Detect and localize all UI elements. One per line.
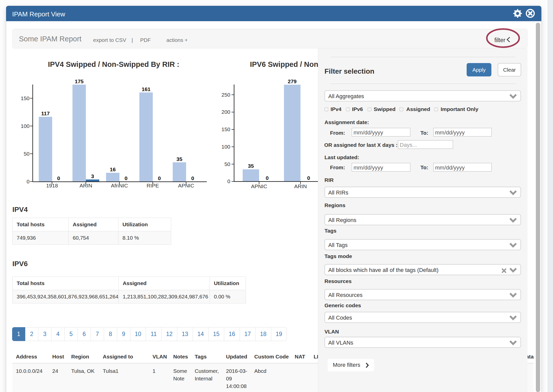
svg-text:100: 100 bbox=[21, 123, 30, 129]
svg-text:3: 3 bbox=[91, 173, 94, 179]
svg-text:RIPE: RIPE bbox=[146, 183, 159, 188]
svg-text:117: 117 bbox=[41, 110, 50, 116]
svg-text:1918: 1918 bbox=[46, 183, 58, 188]
svg-text:161: 161 bbox=[142, 86, 150, 92]
svg-text:AfriNIC: AfriNIC bbox=[111, 183, 128, 188]
svg-text:50: 50 bbox=[224, 161, 230, 167]
svg-text:35: 35 bbox=[177, 156, 183, 162]
svg-text:200: 200 bbox=[221, 109, 230, 115]
svg-text:0: 0 bbox=[307, 175, 310, 181]
svg-text:0: 0 bbox=[57, 175, 60, 181]
svg-text:APNIC: APNIC bbox=[251, 183, 267, 189]
svg-text:0: 0 bbox=[158, 175, 161, 181]
svg-text:0: 0 bbox=[27, 179, 30, 184]
svg-text:0: 0 bbox=[124, 175, 128, 181]
svg-text:150: 150 bbox=[21, 95, 30, 101]
svg-text:IPV4 Swipped / Non-Swipped By: IPV4 Swipped / Non-Swipped By RIR : bbox=[48, 60, 179, 68]
svg-text:35: 35 bbox=[248, 163, 254, 169]
svg-text:16: 16 bbox=[110, 166, 116, 172]
svg-text:100: 100 bbox=[221, 144, 230, 150]
svg-text:APNIC: APNIC bbox=[178, 183, 194, 188]
svg-text:50: 50 bbox=[24, 151, 30, 157]
svg-text:ARIN: ARIN bbox=[294, 183, 307, 189]
svg-text:0: 0 bbox=[266, 175, 269, 181]
svg-text:ARIN: ARIN bbox=[80, 183, 92, 188]
svg-text:250: 250 bbox=[221, 92, 230, 98]
svg-text:150: 150 bbox=[221, 126, 230, 132]
svg-text:279: 279 bbox=[288, 78, 296, 84]
svg-text:0: 0 bbox=[191, 175, 194, 181]
svg-text:175: 175 bbox=[75, 78, 84, 84]
svg-text:0: 0 bbox=[227, 178, 230, 184]
